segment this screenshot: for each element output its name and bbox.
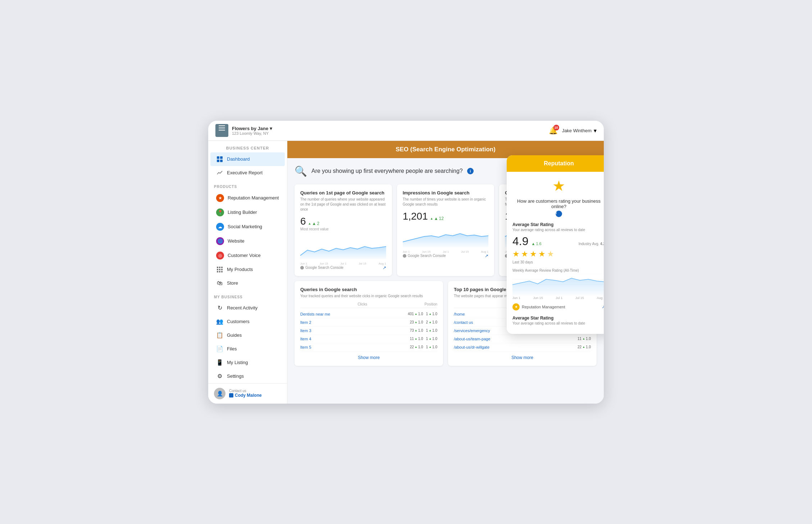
menu-button[interactable]: Menu [215, 124, 228, 137]
svg-rect-9 [221, 269, 223, 270]
my-products-icon [216, 266, 223, 273]
rep-chart-section: Weekly Average Review Rating (All-Time) [512, 268, 604, 300]
most-recent-queries: Most recent value [300, 227, 386, 231]
contact-info: Contact us Cody Malone [229, 389, 262, 398]
sidebar-item-label-executive: Executive Report [227, 170, 263, 175]
table-row: Item 2 23 ▲ 1.0 2 ▲ 1.0 [300, 318, 437, 327]
main-layout: BUSINESS CENTER Dashboard Executive Repo… [208, 141, 604, 404]
show-more-top10[interactable]: Show more [454, 351, 591, 360]
sidebar-item-settings[interactable]: ⚙ Settings [210, 369, 285, 383]
ext-link-queries[interactable]: ↗ [383, 265, 386, 270]
sidebar-item-my-listing[interactable]: 📱 My Listing [210, 356, 285, 369]
recent-activity-icon: ↻ [216, 304, 223, 312]
sidebar-item-executive-report[interactable]: Executive Report [210, 166, 285, 180]
rep-rating-row: 4.9 ▲ 1.6 Industry Avg. 4.2 [512, 235, 604, 248]
rep-avg-sub: Your average rating across all reviews t… [512, 228, 604, 232]
table-row: Item 5 22 ▲ 1.0 1 ▲ 1.0 [300, 343, 437, 351]
rep-avg-title-2: Average Star Rating [512, 316, 604, 321]
table-row: Dentists near me 401 ▲ 1.0 1 ▲ 1.0 [300, 310, 437, 318]
card-footer-queries: Google Search Console ↗ [300, 265, 386, 270]
sidebar-item-dashboard[interactable]: Dashboard [210, 152, 285, 166]
rep-footer: ★ Reputation Management ↗ [512, 303, 604, 311]
mini-chart-queries [300, 234, 386, 259]
show-more-queries[interactable]: Show more [300, 351, 437, 360]
card-footer-impressions: Google Search Console ↗ [403, 253, 489, 258]
ext-link-impressions[interactable]: ↗ [485, 253, 488, 258]
content-area: SEO (Search Engine Optimization) 🔍 Are y… [287, 141, 604, 404]
sidebar-item-label-dashboard: Dashboard [227, 156, 250, 162]
search-icon: 🔍 [295, 165, 307, 177]
sidebar-label-listing: Listing Builder [228, 210, 257, 215]
sidebar-item-guides[interactable]: 📋 Guides [210, 328, 285, 342]
rep-rating-value: 4.9 [512, 235, 528, 248]
sidebar-label-customer-voice: Customer Voice [228, 253, 261, 258]
business-info: Flowers by Jane ▾ 123 Loomly Way, NY [232, 126, 272, 135]
source-queries: Google Search Console [300, 266, 343, 270]
contact-label: Contact us [229, 389, 262, 393]
sidebar-item-my-products[interactable]: My Products [210, 263, 285, 276]
device-frame: Menu Flowers by Jane ▾ 123 Loomly Way, N… [208, 121, 604, 404]
top-bar-right: 🔔 10 Jake Winthem ▾ [549, 126, 597, 135]
sidebar-item-store[interactable]: 🛍 Store [210, 276, 285, 290]
contact-name[interactable]: Cody Malone [229, 393, 262, 398]
rep-info-icon[interactable]: i [556, 211, 562, 217]
sidebar-item-recent-activity[interactable]: ↻ Recent Activity [210, 301, 285, 315]
rep-panel-header: Reputation [507, 155, 604, 172]
rep-chart-title: Weekly Average Review Rating (All-Time) [512, 268, 604, 272]
store-icon: 🛍 [216, 280, 223, 287]
chart-x-labels-queries: Jun 1Jun 15Jul 1Jul 15Aug 1 [300, 262, 386, 265]
social-icon: ☁ [216, 223, 224, 231]
sidebar-label-settings: Settings [227, 373, 244, 379]
sidebar-section-products: PRODUCTS [208, 180, 287, 191]
rep-source-icon: ★ [512, 303, 520, 311]
notification-bell[interactable]: 🔔 10 [549, 126, 558, 135]
dropdown-icon: ▾ [270, 126, 272, 131]
business-name[interactable]: Flowers by Jane ▾ [232, 126, 272, 131]
sidebar-label-my-listing: My Listing [227, 360, 248, 365]
svg-rect-0 [217, 156, 219, 159]
rep-last30: Last 30 days [512, 260, 604, 264]
rep-question: How are customers rating your business o… [512, 198, 604, 209]
rep-rating-delta: ▲ 1.6 [531, 242, 541, 246]
svg-rect-7 [217, 269, 218, 270]
mini-chart-impressions [403, 222, 489, 247]
svg-rect-11 [219, 271, 220, 272]
rep-avg-title: Average Star Rating [512, 222, 604, 227]
sidebar-label-files: Files [227, 346, 237, 351]
sidebar-item-social[interactable]: ☁ Social Marketing [210, 220, 285, 234]
star-5: ★ [547, 249, 554, 259]
sidebar-item-customers[interactable]: 👥 Customers [210, 315, 285, 328]
source-dot-2 [403, 254, 406, 258]
user-info[interactable]: Jake Winthem ▾ [562, 127, 597, 134]
rep-ext-link[interactable]: ↗ [602, 304, 604, 309]
card-desc-queries: The number of queries where your website… [300, 197, 386, 212]
card-queries-google: Queries in Google search Your tracked qu… [295, 281, 443, 366]
sidebar-item-website[interactable]: 🌐 Website [210, 234, 285, 248]
sidebar-bottom: 👤 Contact us Cody Malone [208, 383, 287, 404]
reputation-panel: Reputation ★ How are customers rating yo… [507, 155, 604, 334]
guides-icon: 📋 [216, 332, 223, 339]
sidebar-item-reputation[interactable]: ★ Reputation Management [210, 191, 285, 205]
table-row: /about-us/team-page 11 ▲ 1.0 [454, 335, 591, 343]
stars-row: ★ ★ ★ ★ ★ [512, 249, 604, 259]
top-bar: Menu Flowers by Jane ▾ 123 Loomly Way, N… [208, 121, 604, 141]
source-dot [300, 266, 304, 270]
user-dropdown-icon: ▾ [594, 127, 597, 134]
delta-queries: ▲ 2 [308, 221, 320, 226]
sidebar-label-my-products: My Products [227, 267, 253, 272]
svg-rect-3 [220, 160, 223, 162]
sidebar-item-customer-voice[interactable]: ◎ Customer Voice [210, 248, 285, 263]
star-3: ★ [530, 249, 537, 259]
sidebar-item-files[interactable]: 📄 Files [210, 342, 285, 356]
info-icon[interactable]: i [467, 168, 474, 174]
svg-rect-1 [220, 156, 223, 159]
business-address: 123 Loomly Way, NY [232, 131, 272, 135]
sidebar-section-business-center: BUSINESS CENTER [208, 141, 287, 152]
settings-icon: ⚙ [216, 373, 223, 380]
card-queries-1st: Queries on 1st page of Google search The… [295, 184, 392, 276]
card-title-queries-google: Queries in Google search [300, 287, 437, 292]
sidebar-label-customers: Customers [227, 319, 250, 324]
sidebar-item-listing[interactable]: 📍 Listing Builder [210, 205, 285, 220]
svg-rect-6 [221, 267, 223, 268]
star-4: ★ [538, 249, 546, 259]
